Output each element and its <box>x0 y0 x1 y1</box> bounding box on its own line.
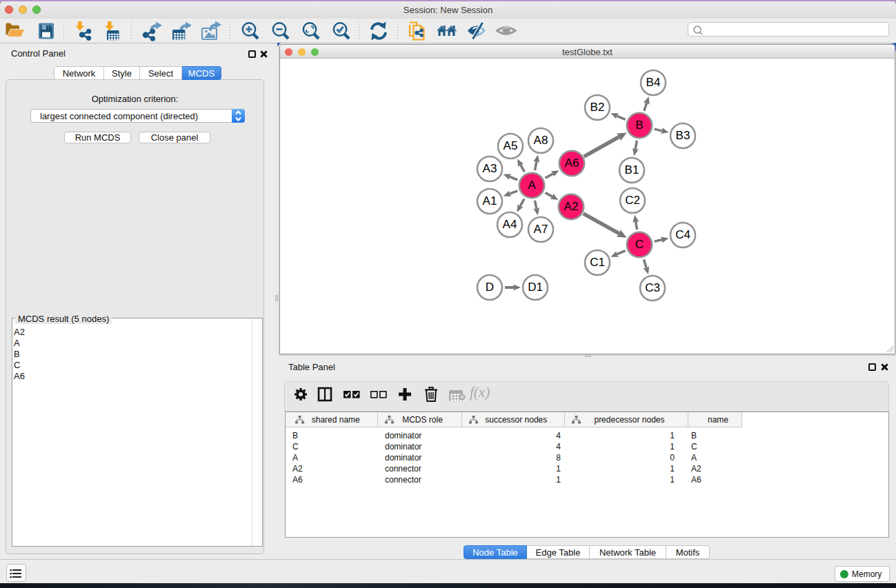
svg-text:B3: B3 <box>676 129 690 142</box>
svg-text:B: B <box>635 119 643 132</box>
svg-text:A8: A8 <box>534 134 548 147</box>
svg-text:A: A <box>528 179 536 192</box>
svg-text:D1: D1 <box>528 281 543 294</box>
svg-text:B4: B4 <box>646 76 661 89</box>
svg-text:C2: C2 <box>625 194 640 207</box>
svg-text:A7: A7 <box>534 223 548 236</box>
svg-text:A3: A3 <box>483 162 497 175</box>
svg-text:C3: C3 <box>645 281 660 294</box>
svg-text:C: C <box>635 238 644 251</box>
svg-text:A5: A5 <box>504 139 518 152</box>
svg-text:C1: C1 <box>590 256 605 269</box>
svg-text:A6: A6 <box>565 156 579 170</box>
svg-text:B2: B2 <box>590 101 605 114</box>
svg-text:A4: A4 <box>503 218 517 231</box>
svg-text:B1: B1 <box>625 163 639 176</box>
svg-text:C4: C4 <box>675 228 690 241</box>
svg-text:A2: A2 <box>564 200 579 213</box>
svg-text:A1: A1 <box>483 194 497 207</box>
svg-text:D: D <box>486 281 494 294</box>
